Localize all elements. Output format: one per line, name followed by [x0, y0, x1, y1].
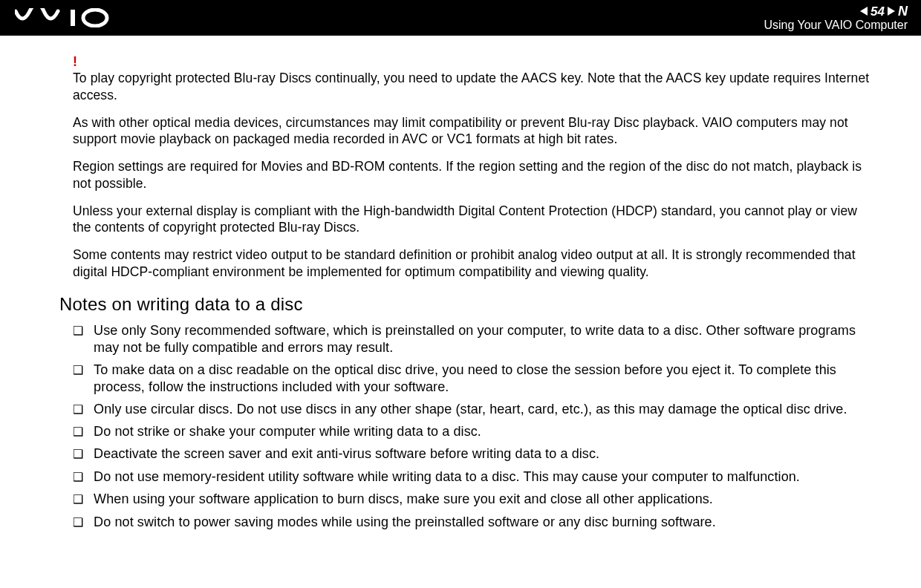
list-item: ❑ To make data on a disc readable on the… — [73, 362, 876, 396]
list-item: ❑ Only use circular discs. Do not use di… — [73, 401, 876, 418]
bullet-marker-icon: ❑ — [73, 445, 83, 463]
bullet-marker-icon: ❑ — [73, 401, 83, 418]
note-paragraph: As with other optical media devices, cir… — [73, 114, 876, 148]
bullet-text: When using your software application to … — [94, 491, 876, 508]
list-item: ❑ Do not use memory-resident utility sof… — [73, 468, 876, 486]
bullet-text: Do not switch to power saving modes whil… — [94, 514, 876, 531]
bullet-marker-icon: ❑ — [73, 514, 83, 531]
list-item: ❑ Deactivate the screen saver and exit a… — [73, 445, 876, 463]
note-paragraph: Unless your external display is complian… — [73, 203, 876, 237]
bullet-marker-icon: ❑ — [73, 491, 83, 508]
warning-icon: ! — [73, 55, 876, 68]
svg-point-1 — [83, 10, 107, 26]
bullet-text: Use only Sony recommended software, whic… — [94, 322, 876, 356]
bullet-text: Only use circular discs. Do not use disc… — [94, 401, 876, 418]
list-item: ❑ Do not switch to power saving modes wh… — [73, 514, 876, 531]
bullet-text: Do not strike or shake your computer whi… — [94, 423, 876, 440]
bullet-list: ❑ Use only Sony recommended software, wh… — [73, 322, 876, 531]
bullet-marker-icon: ❑ — [73, 468, 83, 486]
note-paragraph: To play copyright protected Blu-ray Disc… — [73, 70, 876, 104]
bullet-text: Do not use memory-resident utility softw… — [94, 468, 876, 486]
bullet-marker-icon: ❑ — [73, 423, 83, 440]
note-paragraph: Region settings are required for Movies … — [73, 158, 876, 192]
section-heading: Notes on writing data to a disc — [59, 294, 876, 315]
page-number: 54 — [869, 5, 886, 18]
list-item: ❑ Use only Sony recommended software, wh… — [73, 322, 876, 356]
page-nav: 54 N — [764, 4, 908, 18]
prev-page-arrow-icon[interactable] — [860, 7, 868, 16]
svg-rect-0 — [71, 10, 75, 26]
bullet-marker-icon: ❑ — [73, 362, 83, 379]
list-item: ❑ When using your software application t… — [73, 491, 876, 508]
header-section-title: Using Your VAIO Computer — [764, 19, 908, 31]
page-header: 54 N Using Your VAIO Computer — [0, 0, 921, 36]
bullet-marker-icon: ❑ — [73, 322, 83, 339]
next-page-arrow-icon[interactable] — [888, 7, 895, 16]
bullet-text: Deactivate the screen saver and exit ant… — [94, 445, 876, 463]
vaio-logo — [15, 0, 119, 36]
vaio-logo-svg — [15, 8, 119, 27]
n-indicator: N — [898, 4, 908, 18]
page-content: ! To play copyright protected Blu-ray Di… — [0, 36, 921, 531]
header-right: 54 N Using Your VAIO Computer — [764, 4, 908, 31]
bullet-text: To make data on a disc readable on the o… — [94, 362, 876, 396]
list-item: ❑ Do not strike or shake your computer w… — [73, 423, 876, 440]
note-paragraph: Some contents may restrict video output … — [73, 246, 876, 281]
